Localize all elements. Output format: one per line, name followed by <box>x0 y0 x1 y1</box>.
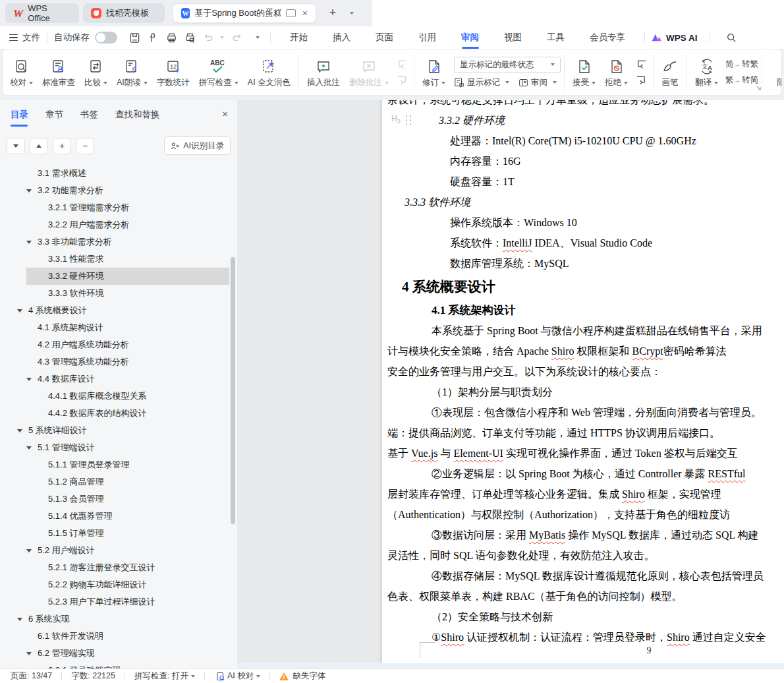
heading-level-badge[interactable]: H3 <box>391 110 412 131</box>
toc-item[interactable]: 3.3 非功能需求分析 <box>0 233 237 251</box>
ribbon-collapse-icon[interactable] <box>756 85 762 92</box>
toc-arrow-icon[interactable] <box>26 652 38 655</box>
markup-state-select[interactable]: 显示标记的最终状态 <box>454 57 561 73</box>
show-markup-button[interactable]: 显示标记 <box>454 77 509 88</box>
sidebar-scrollbar[interactable] <box>231 257 235 524</box>
standard-review-button[interactable]: 标准审查 <box>38 54 80 90</box>
save-icon[interactable] <box>125 30 144 45</box>
page-indicator[interactable]: 页面: 13/47 <box>11 670 52 682</box>
accept-button[interactable]: 接受 <box>568 54 600 90</box>
spell-check-button[interactable]: ABC 拼写检查 <box>194 54 243 90</box>
sidebar-tab-contents[interactable]: 目录 <box>11 109 28 121</box>
toc-item[interactable]: 5.1.4 优惠券管理 <box>0 508 237 525</box>
ai-polish-button[interactable]: AI 全文润色 <box>243 54 295 90</box>
proofread-button[interactable]: 校对 <box>5 54 38 90</box>
toc-item[interactable]: 4.4.2 数据库表的结构设计 <box>0 405 237 422</box>
toc-item[interactable]: 6 系统实现 <box>0 610 237 628</box>
tab-document[interactable]: W 基于Spring Boot的蛋糕甜品 × <box>173 3 316 23</box>
word-count-indicator[interactable]: 字数: 22125 <box>71 670 115 682</box>
brush-button[interactable]: 画笔 <box>657 54 683 90</box>
toc-item[interactable]: 4.4 数据库设计 <box>0 371 237 388</box>
toc-arrow-icon[interactable] <box>26 189 38 193</box>
document-page[interactable]: 余设计，系统可稳定支撑日均上千万单量级，适应业务动态扩展需求。H33.3.2 硬… <box>382 100 784 663</box>
close-tab-icon[interactable]: × <box>302 8 308 18</box>
toc-item[interactable]: 3.2.2 用户端需求分析 <box>0 216 237 233</box>
toc-item[interactable]: 6.2 管理端实现 <box>0 645 237 662</box>
toc-item[interactable]: 5.1.1 管理员登录管理 <box>0 456 237 473</box>
more-commands-caret-icon[interactable] <box>256 36 260 39</box>
sidebar-close-icon[interactable]: × <box>222 108 228 119</box>
print-icon[interactable] <box>162 30 181 45</box>
horizontal-scrollbar[interactable] <box>237 663 784 668</box>
toc-arrow-icon[interactable] <box>17 309 28 312</box>
menu-page[interactable]: 页面 <box>376 32 393 44</box>
toc-zoom-out-button[interactable]: − <box>76 138 94 154</box>
wps-ai-button[interactable]: WPS AI <box>652 33 698 43</box>
sidebar-tab-find-replace[interactable]: 查找和替换 <box>115 109 160 121</box>
toc-item[interactable]: 3.1 需求概述 <box>0 165 237 182</box>
menu-tools[interactable]: 工具 <box>547 32 565 44</box>
new-tab-button[interactable]: + <box>325 6 340 20</box>
toc-item[interactable]: 3.2.1 管理端需求分析 <box>0 199 237 216</box>
toc-arrow-icon[interactable] <box>26 446 38 450</box>
spell-check-indicator[interactable]: 拼写检查: 打开 <box>134 670 188 682</box>
toc-item[interactable]: 5.2 用户端设计 <box>0 542 237 559</box>
toc-item[interactable]: 4.2 用户端系统功能分析 <box>0 336 237 353</box>
ai-proof-button[interactable]: AI 校对 <box>227 670 254 682</box>
menu-member[interactable]: 会员专享 <box>590 32 625 44</box>
missing-font-indicator[interactable]: 缺失字体 <box>293 670 325 682</box>
sidebar-tab-bookmarks[interactable]: 书签 <box>80 109 98 121</box>
toc-expand-all-button[interactable] <box>30 138 48 154</box>
toc-arrow-icon[interactable] <box>26 549 38 552</box>
toc-item[interactable]: 5.2.1 游客注册登录交互设计 <box>0 559 237 576</box>
search-icon[interactable] <box>722 30 741 45</box>
ai-read-button[interactable]: AI朗读 <box>112 54 152 90</box>
toc-item[interactable]: 5.1.3 会员管理 <box>0 490 237 508</box>
prev-change-icon[interactable] <box>634 59 648 70</box>
export-pdf-icon[interactable] <box>144 30 162 45</box>
tab-docer-templates[interactable]: 找稻壳模板 <box>83 3 165 23</box>
file-menu[interactable]: 文件 <box>22 32 40 44</box>
autosave-toggle[interactable] <box>95 32 117 44</box>
compare-button[interactable]: 比较 <box>80 54 112 90</box>
to-simplified-button[interactable]: 繁→ 转简 <box>725 74 758 86</box>
restrict-edit-button[interactable]: 限制编辑 <box>766 54 782 90</box>
hamburger-icon[interactable] <box>9 34 18 42</box>
toc-item[interactable]: 3.3.1 性能需求 <box>0 251 237 268</box>
toc-item[interactable]: 5.1.2 商品管理 <box>0 473 237 490</box>
word-count-button[interactable]: 12 字数统计 <box>152 54 194 90</box>
toc-arrow-icon[interactable] <box>26 378 38 381</box>
menu-view[interactable]: 视图 <box>504 32 522 44</box>
toc-item[interactable]: 4.3 管理端系统功能分析 <box>0 353 237 371</box>
toc-item[interactable]: 3.2 功能需求分析 <box>0 182 237 199</box>
track-changes-button[interactable]: 修订 <box>418 54 450 90</box>
insert-comment-button[interactable]: 插入批注 <box>302 54 345 90</box>
tab-wps-home[interactable]: W WPS Office <box>5 3 79 23</box>
menu-reference[interactable]: 引用 <box>418 32 436 44</box>
toc-item[interactable]: 4.1 系统架构设计 <box>0 319 237 336</box>
presentation-icon[interactable] <box>286 9 296 17</box>
toc-item[interactable]: 6.1 软件开发说明 <box>0 628 237 645</box>
toc-item[interactable]: 5.2.2 购物车功能详细设计 <box>0 576 237 593</box>
next-change-icon[interactable] <box>634 75 648 86</box>
toc-arrow-icon[interactable] <box>17 618 28 621</box>
toc-item[interactable]: 5.1.5 订单管理 <box>0 525 237 542</box>
menu-home[interactable]: 开始 <box>290 32 308 44</box>
toc-arrow-icon[interactable] <box>26 241 38 244</box>
sidebar-tab-chapters[interactable]: 章节 <box>45 109 63 121</box>
toc-item[interactable]: 4.4.1 数据库概念模型关系 <box>0 388 237 405</box>
toc-item[interactable]: 3.3.2 硬件环境 <box>0 268 237 285</box>
tab-list-caret-icon[interactable] <box>350 12 354 15</box>
print-preview-icon[interactable] <box>181 30 199 45</box>
translate-button[interactable]: 文A 翻译 <box>690 54 723 90</box>
review-pane-button[interactable]: 审阅 <box>518 77 557 88</box>
toc-item[interactable]: 3.3.3 软件环境 <box>0 285 237 302</box>
toc-item[interactable]: 5.2.3 用户下单过程详细设计 <box>0 593 237 610</box>
toc-arrow-icon[interactable] <box>17 429 28 432</box>
menu-insert[interactable]: 插入 <box>333 32 350 44</box>
menu-review[interactable]: 审阅 <box>461 32 479 44</box>
toc-item[interactable]: 4 系统概要设计 <box>0 302 237 319</box>
reject-button[interactable]: 拒绝 <box>600 54 632 90</box>
toc-item[interactable]: 5 系统详细设计 <box>0 422 237 439</box>
to-traditional-button[interactable]: 简→ 转繁 <box>725 59 758 70</box>
